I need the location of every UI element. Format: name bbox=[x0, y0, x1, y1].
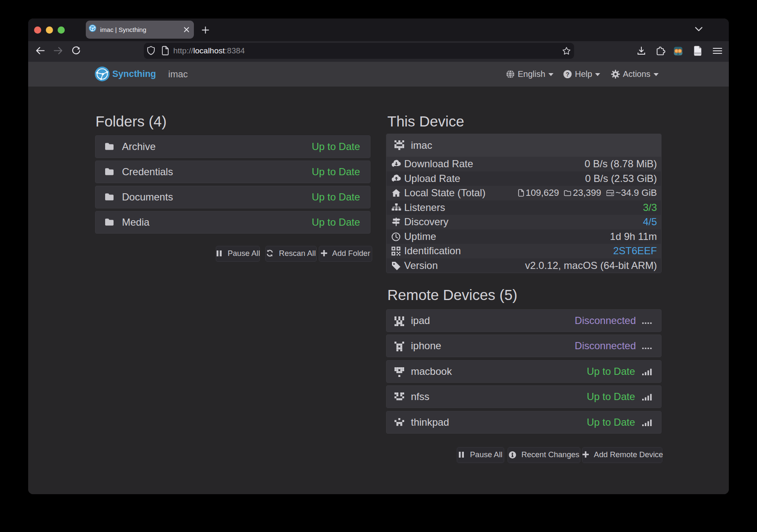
svg-text:?: ? bbox=[566, 71, 569, 78]
